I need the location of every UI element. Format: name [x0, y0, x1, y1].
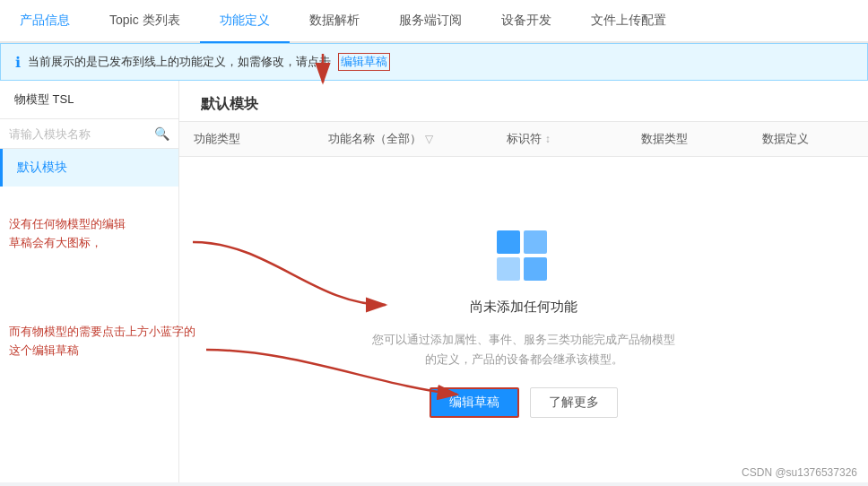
annotation-text-2: 而有物模型的需要点击上方小蓝字的这个编辑草稿	[9, 323, 195, 360]
edit-draft-banner-link[interactable]: 编辑草稿	[338, 53, 390, 71]
empty-buttons: 编辑草稿 了解更多	[430, 387, 618, 418]
col-header-type: 功能类型	[179, 131, 314, 147]
learn-more-button[interactable]: 了解更多	[530, 387, 618, 418]
main-layout: 物模型 TSL 🔍 默认模块 默认模块 功能类型 功能名称（全部） ▽ 标识符 …	[0, 81, 868, 482]
tabs-bar: 产品信息 Topic 类列表 功能定义 数据解析 服务端订阅 设备开发 文件上传…	[0, 0, 868, 43]
info-icon: ℹ	[15, 54, 21, 71]
tab-product-info[interactable]: 产品信息	[0, 0, 90, 43]
sidebar-title: 物模型 TSL	[0, 81, 178, 119]
tab-func-def[interactable]: 功能定义	[200, 0, 290, 43]
sidebar-item-default-module[interactable]: 默认模块	[0, 149, 178, 187]
col-header-name: 功能名称（全部） ▽	[314, 131, 491, 147]
edit-draft-button[interactable]: 编辑草稿	[430, 387, 519, 418]
content-area: 默认模块 功能类型 功能名称（全部） ▽ 标识符 ↕ 数据类型 数据定义	[179, 81, 868, 482]
col-header-identifier: 标识符 ↕	[492, 131, 627, 147]
page-wrapper: 产品信息 Topic 类列表 功能定义 数据解析 服务端订阅 设备开发 文件上传…	[0, 0, 868, 486]
empty-description: 您可以通过添加属性、事件、服务三类功能完成产品物模型的定义，产品的设备都会继承该…	[371, 330, 676, 369]
tab-device-dev[interactable]: 设备开发	[482, 0, 571, 43]
svg-rect-0	[497, 230, 520, 254]
sidebar-search[interactable]: 🔍	[0, 119, 178, 149]
empty-state: 尚未添加任何功能 您可以通过添加属性、事件、服务三类功能完成产品物模型的定义，产…	[179, 157, 868, 482]
empty-title: 尚未添加任何功能	[470, 299, 577, 316]
col-header-data-def: 数据定义	[748, 131, 868, 147]
tab-file-upload[interactable]: 文件上传配置	[571, 0, 686, 43]
search-icon: 🔍	[154, 126, 169, 141]
content-title: 默认模块	[179, 81, 868, 122]
sort-icon[interactable]: ↕	[545, 133, 551, 145]
tab-topic-list[interactable]: Topic 类列表	[90, 0, 200, 43]
info-banner: ℹ 当前展示的是已发布到线上的功能定义，如需修改，请点击 编辑草稿	[0, 43, 868, 81]
empty-icon	[488, 221, 560, 284]
svg-rect-2	[497, 257, 520, 281]
sidebar: 物模型 TSL 🔍 默认模块	[0, 81, 179, 482]
svg-rect-1	[524, 230, 547, 254]
svg-rect-3	[524, 257, 547, 281]
banner-text-before: 当前展示的是已发布到线上的功能定义，如需修改，请点击	[28, 54, 331, 70]
annotation-text-1: 没有任何物模型的编辑草稿会有大图标，	[9, 215, 126, 253]
table-header: 功能类型 功能名称（全部） ▽ 标识符 ↕ 数据类型 数据定义	[179, 122, 868, 157]
col-header-data-type: 数据类型	[627, 131, 747, 147]
search-input[interactable]	[9, 127, 149, 141]
watermark: CSDN @su1376537326	[742, 466, 857, 479]
tab-service-sub[interactable]: 服务端订阅	[379, 0, 482, 43]
filter-icon[interactable]: ▽	[425, 133, 433, 145]
tab-data-analysis[interactable]: 数据解析	[290, 0, 379, 43]
